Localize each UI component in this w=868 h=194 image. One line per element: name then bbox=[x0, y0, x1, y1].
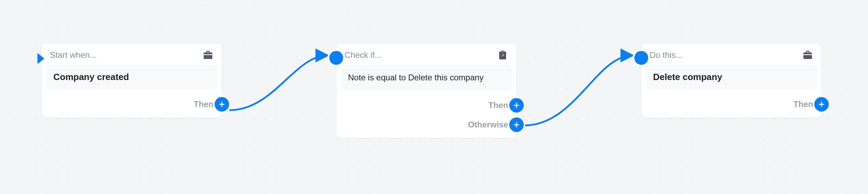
output-label: Then bbox=[194, 99, 214, 109]
output-label: Then bbox=[793, 99, 813, 109]
output-otherwise: Otherwise bbox=[468, 117, 512, 132]
output-label: Otherwise bbox=[468, 120, 508, 130]
node-header: Check if... bbox=[336, 43, 517, 65]
play-icon bbox=[37, 53, 44, 64]
node-footer: Then bbox=[641, 94, 822, 118]
connector-1 bbox=[229, 55, 328, 110]
node-header: Do this... bbox=[641, 43, 822, 65]
node-header: Start when... bbox=[42, 43, 222, 65]
clipboard-check-icon bbox=[497, 50, 508, 61]
output-then: Then bbox=[194, 97, 217, 112]
node-trigger[interactable]: Start when... Company created Then bbox=[42, 43, 222, 118]
add-step-button[interactable] bbox=[814, 97, 829, 112]
output-label: Then bbox=[488, 100, 508, 110]
node-body: Note is equal to Delete this company bbox=[341, 65, 512, 90]
briefcase-icon bbox=[802, 50, 813, 61]
entry-dot-icon bbox=[329, 51, 343, 65]
connector-2 bbox=[524, 55, 633, 125]
trigger-event-label: Company created bbox=[53, 72, 210, 82]
output-then: Then bbox=[793, 97, 817, 112]
add-step-button[interactable] bbox=[509, 117, 524, 132]
workflow-canvas[interactable]: Start when... Company created Then bbox=[0, 0, 868, 194]
node-condition[interactable]: Check if... Note is equal to Delete this… bbox=[336, 43, 517, 138]
briefcase-icon bbox=[202, 50, 214, 61]
node-body: Company created bbox=[46, 65, 217, 89]
add-step-button[interactable] bbox=[509, 98, 524, 113]
node-footer: Then bbox=[42, 94, 222, 118]
action-label: Delete company bbox=[653, 72, 810, 82]
node-body: Delete company bbox=[646, 65, 817, 89]
node-action[interactable]: Do this... Delete company Then bbox=[641, 43, 822, 118]
condition-expression-label: Note is equal to Delete this company bbox=[348, 72, 505, 83]
node-footer: Then Otherwise bbox=[336, 95, 517, 138]
node-header-label: Check if... bbox=[345, 50, 382, 60]
node-header-label: Do this... bbox=[650, 50, 683, 60]
node-header-label: Start when... bbox=[50, 50, 97, 60]
add-step-button[interactable] bbox=[215, 97, 229, 112]
entry-dot-icon bbox=[634, 51, 648, 65]
output-then: Then bbox=[488, 98, 512, 113]
